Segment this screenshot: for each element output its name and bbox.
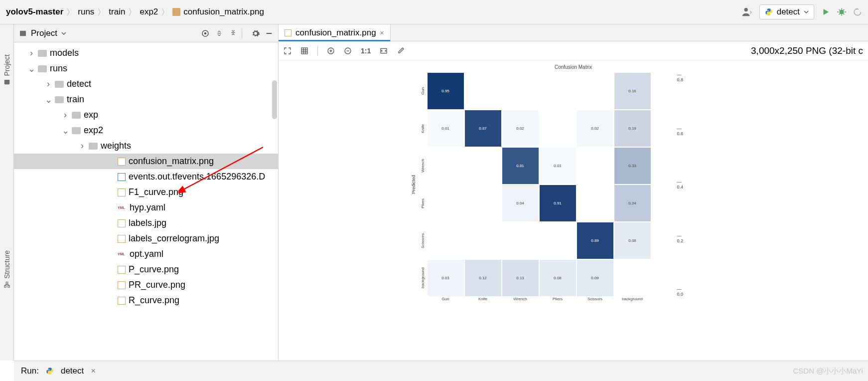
heatmap-cell — [464, 222, 502, 259]
chevron-right-icon: › — [62, 110, 69, 120]
tree-folder-exp2[interactable]: ⌄exp2 — [14, 123, 278, 138]
image-file-icon — [118, 219, 126, 227]
chart-col-label: Knife — [464, 297, 502, 301]
project-icon — [19, 29, 27, 37]
heatmap-cell: 0.19 — [614, 110, 651, 147]
zoom-1-1[interactable]: 1:1 — [361, 47, 371, 55]
tree-file-events[interactable]: events.out.tfevents.1665296326.D — [14, 169, 278, 185]
top-toolbar: yolov5-master 〉 runs 〉 train 〉 exp2 〉 co… — [0, 0, 868, 24]
watermark: CSDN @小小小MaYi — [793, 367, 863, 376]
heatmap-cell: 0.02 — [577, 110, 614, 147]
tree-folder-weights[interactable]: ›weights — [14, 138, 278, 154]
svg-rect-2 — [4, 80, 9, 84]
scrollbar-thumb[interactable] — [272, 80, 277, 119]
structure-tool-button[interactable]: Structure — [3, 250, 11, 288]
color-picker-icon[interactable] — [397, 47, 405, 55]
chart-row-label: background — [418, 259, 427, 297]
chevron-right-icon: › — [28, 48, 35, 58]
editor-area: confusion_matrix.png × 1:1 3,000x2,250 P… — [279, 24, 868, 361]
chevron-down-icon: ⌄ — [45, 94, 52, 105]
debug-button[interactable] — [837, 7, 846, 16]
tree-file-r-curve[interactable]: R_curve.png — [14, 293, 278, 308]
chart-col-label: Scissors — [577, 297, 614, 301]
svg-rect-3 — [7, 285, 9, 287]
gear-icon[interactable] — [251, 29, 260, 38]
tree-folder-exp[interactable]: ›exp — [14, 107, 278, 123]
image-file-icon — [118, 158, 126, 166]
heatmap-cell: 0.91 — [539, 185, 577, 222]
heatmap-cell: 0.01 — [539, 147, 577, 185]
yaml-file-icon: YML — [118, 204, 127, 211]
folder-icon — [72, 112, 81, 119]
chevron-right-icon: 〉 — [161, 6, 169, 18]
run-config-select[interactable]: detect — [759, 4, 814, 19]
breadcrumb-root[interactable]: yolov5-master — [6, 7, 63, 17]
svg-point-0 — [744, 8, 747, 11]
chevron-down-icon: ⌄ — [28, 63, 35, 74]
file-icon — [118, 173, 126, 181]
image-file-icon — [118, 266, 126, 274]
breadcrumb-item[interactable]: runs — [78, 7, 94, 17]
tree-folder-train[interactable]: ⌄train — [14, 92, 278, 107]
image-canvas[interactable]: Confusion Matrix PredictedGun0.950.16Kni… — [279, 60, 868, 361]
heatmap-cell: 0.87 — [464, 110, 502, 147]
fullscreen-icon[interactable] — [284, 47, 291, 55]
tree-file-labels[interactable]: labels.jpg — [14, 215, 278, 231]
tree-folder-models[interactable]: ›models — [14, 45, 278, 61]
stop-button[interactable] — [853, 7, 862, 16]
svg-rect-4 — [4, 285, 6, 287]
heatmap-cell: 0.95 — [427, 72, 464, 110]
heatmap-cell — [577, 185, 614, 222]
tree-file-opt[interactable]: YMLopt.yaml — [14, 246, 278, 262]
run-config-name[interactable]: detect — [61, 366, 84, 376]
breadcrumb[interactable]: yolov5-master 〉 runs 〉 train 〉 exp2 〉 co… — [6, 6, 741, 18]
fit-icon[interactable] — [380, 47, 388, 55]
heatmap-cell: 0.09 — [577, 259, 614, 297]
folder-icon — [72, 127, 81, 134]
chevron-down-icon[interactable] — [61, 31, 66, 36]
breadcrumb-item[interactable]: train — [109, 7, 125, 17]
hide-icon[interactable] — [265, 29, 273, 37]
zoom-out-icon[interactable] — [344, 47, 352, 55]
project-tree[interactable]: ›models ⌄runs ›detect ⌄train ›exp ⌄exp2 … — [14, 42, 278, 361]
heatmap-cell: 0.81 — [502, 147, 539, 185]
chevron-right-icon: 〉 — [97, 6, 106, 18]
project-tool-button[interactable]: Project — [3, 54, 11, 86]
folder-icon — [55, 96, 64, 103]
heatmap-cell — [539, 110, 577, 147]
tree-folder-detect[interactable]: ›detect — [14, 76, 278, 92]
folder-icon — [55, 81, 64, 88]
breadcrumb-item[interactable]: confusion_matrix.png — [183, 7, 264, 17]
tree-file-hyp[interactable]: YMLhyp.yaml — [14, 200, 278, 215]
tab-label: confusion_matrix.png — [295, 28, 376, 38]
python-icon — [46, 367, 54, 375]
chart-col-label: Pliers — [539, 297, 577, 301]
editor-tab[interactable]: confusion_matrix.png × — [279, 24, 391, 41]
heatmap-cell — [539, 72, 577, 110]
tree-file-p-curve[interactable]: P_curve.png — [14, 262, 278, 277]
select-opened-icon[interactable] — [201, 29, 210, 38]
run-label: Run: — [21, 366, 39, 376]
run-button[interactable] — [821, 7, 830, 16]
image-file-icon — [118, 189, 126, 196]
heatmap-cell: 0.89 — [577, 222, 614, 259]
user-icon[interactable] — [741, 6, 752, 17]
close-icon[interactable]: × — [91, 366, 96, 376]
tree-file-f1[interactable]: F1_curve.png — [14, 185, 278, 200]
tree-file-labels-corr[interactable]: labels_correlogram.jpg — [14, 231, 278, 246]
expand-all-icon[interactable] — [215, 29, 224, 38]
heatmap-cell — [502, 72, 539, 110]
tree-folder-runs[interactable]: ⌄runs — [14, 61, 278, 76]
tree-file-pr-curve[interactable]: PR_curve.png — [14, 277, 278, 293]
zoom-in-icon[interactable] — [327, 47, 335, 55]
run-config-label: detect — [777, 7, 800, 17]
collapse-all-icon[interactable] — [229, 29, 238, 38]
close-tab-icon[interactable]: × — [380, 29, 384, 37]
folder-icon — [38, 50, 47, 57]
image-file-icon — [118, 235, 126, 243]
folder-icon — [89, 143, 98, 150]
grid-icon[interactable] — [300, 47, 308, 55]
chevron-right-icon: › — [79, 141, 86, 151]
breadcrumb-item[interactable]: exp2 — [140, 7, 158, 17]
tree-file-confusion-matrix[interactable]: confusion_matrix.png — [14, 154, 278, 169]
